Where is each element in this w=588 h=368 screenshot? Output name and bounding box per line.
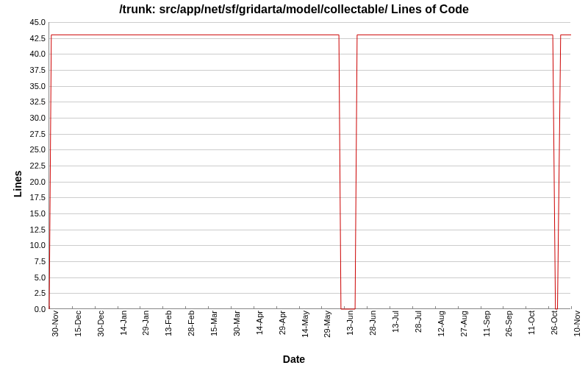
x-tick-label: 30-Dec <box>96 311 105 336</box>
x-tick-label: 15-Mar <box>209 311 218 336</box>
x-tick-label: 28-Feb <box>187 311 196 336</box>
x-tick-label: 30-Mar <box>232 311 241 336</box>
x-tick-label: 10-Nov <box>573 311 581 336</box>
y-tick-container: 0.02.55.07.510.012.515.017.520.022.525.0… <box>0 22 47 309</box>
x-tick-label: 29-May <box>323 311 331 338</box>
x-tick-container: 30-Nov15-Dec30-Dec14-Jan29-Jan13-Feb28-F… <box>49 309 570 353</box>
x-tick-label: 30-Nov <box>51 311 60 336</box>
x-tick-label: 13-Jun <box>345 311 354 336</box>
chart-container: /trunk: src/app/net/sf/gridarta/model/co… <box>0 0 588 368</box>
x-axis-label: Date <box>0 353 588 365</box>
plot-inner <box>49 22 570 308</box>
x-tick-label: 29-Jan <box>141 311 150 336</box>
series-path <box>49 35 571 309</box>
y-tick-label: 35.0 <box>30 82 46 91</box>
x-tick-mark <box>571 306 572 309</box>
chart-title: /trunk: src/app/net/sf/gridarta/model/co… <box>0 3 588 16</box>
x-tick-label: 12-Aug <box>437 311 445 336</box>
plot-area <box>49 22 570 309</box>
x-tick-label: 14-Apr <box>255 311 264 335</box>
y-tick-label: 37.5 <box>30 66 46 74</box>
x-tick-label: 15-Dec <box>74 311 82 336</box>
x-tick-label: 28-Jun <box>368 311 377 336</box>
x-tick-label: 14-Jan <box>119 311 128 336</box>
x-tick-label: 26-Oct <box>550 311 559 335</box>
y-tick-label: 15.0 <box>30 209 46 218</box>
x-tick-label: 13-Feb <box>164 311 173 336</box>
y-tick-label: 2.5 <box>35 289 46 297</box>
y-tick-label: 0.0 <box>35 305 46 314</box>
y-tick-label: 7.5 <box>35 257 46 266</box>
x-tick-label: 27-Aug <box>459 311 468 336</box>
y-tick-label: 32.5 <box>30 97 46 106</box>
y-tick-label: 17.5 <box>30 193 46 202</box>
y-tick-label: 27.5 <box>30 130 46 138</box>
y-tick-label: 10.0 <box>30 241 46 250</box>
y-tick-label: 30.0 <box>30 113 46 122</box>
x-tick-label: 11-Oct <box>527 311 536 335</box>
x-tick-label: 26-Sep <box>504 311 513 336</box>
x-tick-label: 13-Jul <box>391 311 400 333</box>
y-tick-label: 40.0 <box>30 49 46 58</box>
y-tick-label: 45.0 <box>30 18 46 26</box>
y-tick-label: 12.5 <box>30 225 46 234</box>
y-tick-label: 5.0 <box>35 273 46 282</box>
x-tick-label: 11-Sep <box>482 311 491 336</box>
series-line <box>49 22 571 309</box>
x-tick-label: 28-Jul <box>414 311 423 333</box>
y-tick-label: 20.0 <box>30 177 46 186</box>
y-tick-label: 22.5 <box>30 161 46 170</box>
y-tick-label: 25.0 <box>30 145 46 154</box>
y-tick-label: 42.5 <box>30 34 46 43</box>
x-tick-label: 14-May <box>301 311 309 338</box>
x-tick-label: 29-Apr <box>278 311 287 335</box>
